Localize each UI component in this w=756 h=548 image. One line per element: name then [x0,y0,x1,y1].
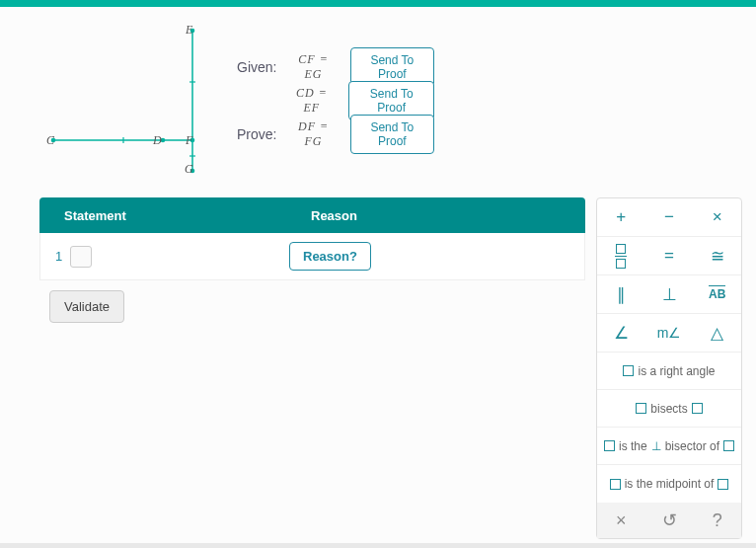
perpendicular-icon: ⊥ [651,439,661,453]
send-to-proof-button-3[interactable]: Send To Proof [350,115,434,154]
given-row-2: CD = EF Send To Proof [237,84,434,117]
palette-footer: × ↺ ? [597,503,741,538]
triangle-button[interactable]: △ [693,314,741,352]
placeholder-icon [610,479,621,490]
given-label: Given: [237,59,276,75]
statement-input[interactable] [70,246,92,268]
point-label-d: D [153,133,162,148]
validate-button[interactable]: Validate [49,290,124,323]
expression-1: CF = EG [288,52,338,82]
placeholder-icon [692,403,703,414]
is-right-angle-label: is a right angle [638,364,715,378]
parallel-button[interactable]: ∥ [597,275,645,313]
placeholder-icon [718,479,728,490]
placeholder-icon [723,440,734,451]
problem-area: E C D F G Given: CF = EG Send To Proof C… [39,18,434,186]
placeholder-icon [636,403,646,414]
perpendicular-button[interactable]: ⊥ [645,275,694,313]
bisects-label: bisects [650,402,687,416]
perp-bisector-label-a: is the [619,439,647,453]
given-row-1: Given: CF = EG Send To Proof [237,50,434,84]
prove-label: Prove: [237,126,276,142]
point-label-e: E [186,23,192,38]
placeholder-icon [623,365,634,376]
minus-button[interactable]: − [645,198,694,236]
proof-row-1: 1 Reason? [39,233,585,280]
point-label-f: F [186,133,192,148]
is-right-angle-button[interactable]: is a right angle [597,352,741,390]
reason-button[interactable]: Reason? [289,242,371,271]
symbol-palette: + − × = ≅ ∥ ⊥ AB ∠ m∠ △ is a right angle… [596,197,742,539]
perp-bisector-label-b: bisector of [665,439,719,453]
fraction-button[interactable] [597,237,645,274]
perp-bisector-button[interactable]: is the ⊥ bisector of [597,428,741,465]
equals-button[interactable]: = [645,237,694,274]
geometry-diagram [39,18,207,181]
bottom-border [0,543,756,548]
placeholder-icon [604,440,615,451]
prove-row: Prove: DF = FG Send To Proof [237,117,434,151]
point-label-c: C [46,133,54,148]
congruent-button[interactable]: ≅ [693,237,741,274]
midpoint-button[interactable]: is the midpoint of [597,465,741,503]
measure-angle-button[interactable]: m∠ [645,314,694,352]
segment-button[interactable]: AB [693,275,741,313]
plus-button[interactable]: + [597,198,645,236]
proof-header: Statement Reason [39,197,585,233]
palette-close-button[interactable]: × [597,503,645,538]
midpoint-label: is the midpoint of [625,477,715,491]
top-accent-bar [0,0,756,7]
bisects-button[interactable]: bisects [597,390,741,428]
given-prove-block: Given: CF = EG Send To Proof CD = EF Sen… [237,50,434,151]
row-number: 1 [40,249,70,264]
header-statement: Statement [39,208,286,223]
proof-table: Statement Reason 1 Reason? Validate [39,197,585,323]
expression-3: DF = FG [288,119,338,149]
palette-undo-button[interactable]: ↺ [645,503,694,538]
header-reason: Reason [286,208,585,223]
expression-2: CD = EF [286,86,337,116]
point-label-g: G [185,162,193,177]
times-button[interactable]: × [693,198,741,236]
angle-button[interactable]: ∠ [597,314,645,352]
palette-help-button[interactable]: ? [693,503,741,538]
